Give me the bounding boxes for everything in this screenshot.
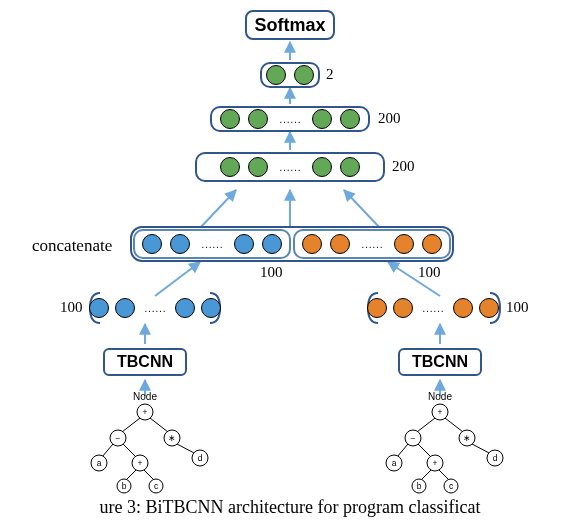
svg-point-23: [91, 455, 107, 471]
neuron: [312, 157, 332, 177]
svg-point-42: [459, 430, 475, 446]
neuron: [89, 298, 109, 318]
neuron: [170, 234, 190, 254]
svg-point-49: [427, 455, 443, 471]
svg-point-12: [137, 404, 153, 420]
neuron: [330, 234, 350, 254]
neuron: [394, 234, 414, 254]
svg-line-38: [417, 418, 435, 432]
svg-point-40: [405, 430, 421, 446]
neuron: [393, 298, 413, 318]
layer-fc2-size: 200: [392, 158, 415, 175]
neuron: [294, 65, 314, 85]
svg-line-54: [439, 470, 449, 480]
neuron: [234, 234, 254, 254]
svg-text:+: +: [438, 407, 443, 417]
svg-text:a: a: [392, 458, 397, 468]
neuron: [175, 298, 195, 318]
concat-right-size: 100: [418, 264, 441, 281]
svg-line-53: [421, 470, 431, 480]
ellipsis: ……: [141, 302, 169, 314]
tbcnn-left: TBCNN: [103, 348, 187, 376]
neuron: [422, 234, 442, 254]
concat-label: concatenate: [32, 236, 112, 256]
svg-text:∗: ∗: [463, 433, 471, 443]
svg-line-45: [418, 444, 431, 457]
encoder-left-size: 100: [60, 299, 83, 316]
neuron: [453, 298, 473, 318]
svg-point-57: [444, 479, 458, 493]
softmax-box: Softmax: [245, 10, 335, 40]
svg-line-29: [126, 470, 136, 480]
tree-right: + − ∗ a + d b c Node: [386, 391, 503, 493]
layer-output: [260, 62, 320, 88]
svg-point-55: [412, 479, 426, 493]
neuron: [115, 298, 135, 318]
svg-line-3: [200, 190, 236, 228]
svg-point-25: [132, 455, 148, 471]
svg-point-36: [432, 404, 448, 420]
neuron: [248, 157, 268, 177]
svg-text:Node: Node: [428, 391, 452, 402]
layer-fc1: ……: [210, 106, 370, 132]
ellipsis: ……: [276, 113, 304, 125]
svg-line-39: [445, 418, 463, 432]
svg-text:−: −: [116, 433, 121, 443]
ellipsis: ……: [198, 238, 226, 250]
svg-line-30: [144, 470, 154, 480]
encoder-left: ……: [100, 296, 210, 320]
encoder-right-size: 100: [506, 299, 529, 316]
neuron: [479, 298, 499, 318]
neuron: [340, 157, 360, 177]
svg-text:b: b: [122, 481, 127, 491]
svg-text:b: b: [417, 481, 422, 491]
neuron: [201, 298, 221, 318]
svg-point-31: [117, 479, 131, 493]
svg-point-33: [149, 479, 163, 493]
svg-line-44: [397, 444, 408, 457]
svg-text:d: d: [493, 453, 498, 463]
svg-line-14: [122, 418, 140, 432]
svg-line-15: [150, 418, 168, 432]
ellipsis: ……: [358, 238, 386, 250]
svg-text:c: c: [154, 481, 159, 491]
tbcnn-right: TBCNN: [398, 348, 482, 376]
svg-text:∗: ∗: [168, 433, 176, 443]
encoder-right: ……: [378, 296, 488, 320]
neuron: [302, 234, 322, 254]
svg-text:+: +: [143, 407, 148, 417]
tree-left: + − ∗ a + d b c Node: [91, 391, 208, 493]
layer-fc1-size: 200: [378, 110, 401, 127]
neuron: [248, 109, 268, 129]
neuron: [220, 157, 240, 177]
svg-text:+: +: [433, 458, 438, 468]
svg-text:a: a: [97, 458, 102, 468]
svg-line-5: [344, 190, 380, 228]
neuron: [266, 65, 286, 85]
neuron: [220, 109, 240, 129]
svg-text:Node: Node: [133, 391, 157, 402]
svg-point-51: [487, 450, 503, 466]
neuron: [312, 109, 332, 129]
ellipsis: ……: [419, 302, 447, 314]
layer-concat-right: ……: [293, 229, 451, 259]
svg-line-21: [123, 444, 136, 457]
concat-left-size: 100: [260, 264, 283, 281]
svg-line-6: [155, 262, 200, 296]
svg-line-20: [102, 444, 113, 457]
svg-point-18: [164, 430, 180, 446]
svg-line-22: [177, 444, 196, 454]
neuron: [340, 109, 360, 129]
svg-line-46: [472, 444, 491, 454]
neuron: [367, 298, 387, 318]
svg-text:−: −: [411, 433, 416, 443]
layer-concat-left: ……: [133, 229, 291, 259]
svg-point-16: [110, 430, 126, 446]
ellipsis: ……: [276, 161, 304, 173]
svg-text:c: c: [449, 481, 454, 491]
layer-fc2: ……: [195, 152, 385, 182]
neuron: [262, 234, 282, 254]
neuron: [142, 234, 162, 254]
figure-caption: ure 3: BiTBCNN architecture for program …: [0, 497, 580, 518]
svg-text:d: d: [198, 453, 203, 463]
